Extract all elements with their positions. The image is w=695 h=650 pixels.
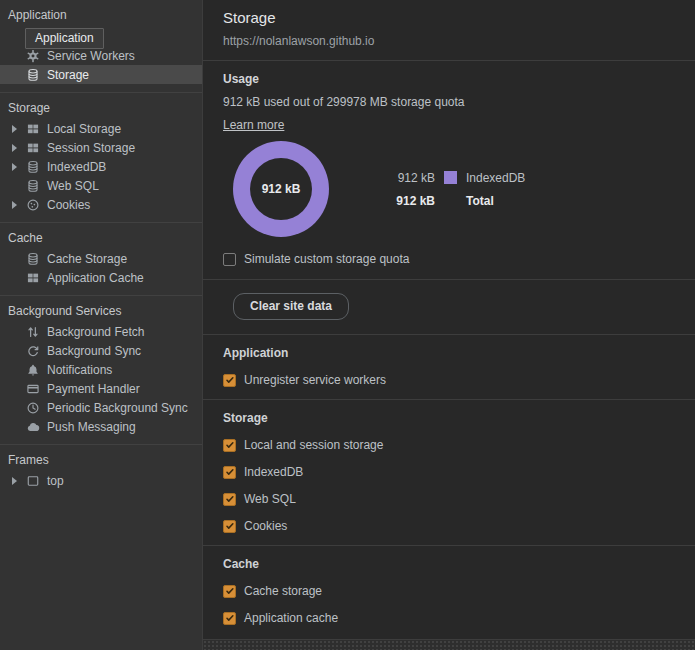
local-session-storage-checkbox[interactable] bbox=[223, 439, 236, 452]
legend-row-total: 912 kB Total bbox=[385, 189, 525, 212]
cookie-icon bbox=[25, 197, 41, 213]
up-down-arrows-icon bbox=[25, 324, 41, 340]
web-sql-checkbox[interactable] bbox=[223, 493, 236, 506]
sidebar-item-label: Cookies bbox=[47, 198, 90, 212]
sidebar-item-storage[interactable]: Storage bbox=[0, 65, 202, 84]
sidebar-section-header: Frames bbox=[0, 450, 202, 471]
checkbox-label: IndexedDB bbox=[244, 465, 303, 479]
unregister-service-workers-checkbox[interactable] bbox=[223, 374, 236, 387]
database-icon bbox=[25, 67, 41, 83]
sidebar-item-cache-storage[interactable]: Cache Storage bbox=[0, 249, 202, 268]
storage-view: Storage https://nolanlawson.github.io Us… bbox=[203, 0, 695, 650]
table-icon bbox=[25, 140, 41, 156]
clear-site-data-block: Clear site data bbox=[203, 280, 695, 335]
sidebar-item-session-storage[interactable]: Session Storage bbox=[0, 138, 202, 157]
frame-icon bbox=[25, 473, 41, 489]
sidebar-item-label: Service Workers bbox=[47, 49, 135, 63]
application-sidebar: Application Application Service Workers … bbox=[0, 0, 203, 650]
section-heading: Storage bbox=[223, 411, 675, 425]
simulate-quota-row: Simulate custom storage quota bbox=[223, 252, 675, 266]
expand-arrow-icon[interactable] bbox=[12, 477, 23, 485]
database-icon bbox=[25, 159, 41, 175]
clear-site-data-button[interactable]: Clear site data bbox=[233, 293, 349, 320]
sidebar-section-header: Application bbox=[0, 5, 202, 26]
sidebar-item-label: Cache Storage bbox=[47, 252, 127, 266]
sidebar-item-label: Local Storage bbox=[47, 122, 121, 136]
table-icon bbox=[25, 121, 41, 137]
database-icon bbox=[25, 251, 41, 267]
checkbox-row-web-sql: Web SQL bbox=[223, 492, 675, 506]
sidebar-item-label: Payment Handler bbox=[47, 382, 140, 396]
sidebar-item-background-fetch[interactable]: Background Fetch bbox=[0, 322, 202, 341]
section-heading: Application bbox=[223, 346, 675, 360]
sync-icon bbox=[25, 343, 41, 359]
cloud-icon bbox=[25, 419, 41, 435]
usage-summary: 912 kB used out of 299978 MB storage quo… bbox=[223, 95, 675, 109]
legend-label: IndexedDB bbox=[466, 171, 525, 185]
cookies-checkbox[interactable] bbox=[223, 520, 236, 533]
table-icon bbox=[25, 270, 41, 286]
sidebar-section-header: Storage bbox=[0, 98, 202, 119]
usage-heading: Usage bbox=[223, 72, 675, 86]
sidebar-item-background-sync[interactable]: Background Sync bbox=[0, 341, 202, 360]
checkbox-label: Web SQL bbox=[244, 492, 296, 506]
sidebar-section-cache: Cache Cache Storage Application Cache bbox=[0, 223, 202, 296]
legend-value: 912 kB bbox=[385, 194, 435, 208]
checkbox-row-cookies: Cookies bbox=[223, 519, 675, 533]
indexeddb-checkbox[interactable] bbox=[223, 466, 236, 479]
expand-arrow-icon[interactable] bbox=[12, 201, 23, 209]
sidebar-item-cookies[interactable]: Cookies bbox=[0, 195, 202, 214]
clock-icon bbox=[25, 400, 41, 416]
usage-legend: 912 kB IndexedDB 912 kB Total bbox=[385, 166, 525, 212]
sidebar-item-application-cache[interactable]: Application Cache bbox=[0, 268, 202, 287]
sidebar-item-label: Periodic Background Sync bbox=[47, 401, 188, 415]
sidebar-item-label: Session Storage bbox=[47, 141, 135, 155]
sidebar-item-indexeddb[interactable]: IndexedDB bbox=[0, 157, 202, 176]
clear-section-cache: Cache Cache storage Application cache bbox=[203, 546, 695, 637]
gear-icon bbox=[25, 48, 41, 64]
sidebar-item-payment-handler[interactable]: Payment Handler bbox=[0, 379, 202, 398]
clear-section-application: Application Unregister service workers bbox=[203, 335, 695, 400]
sidebar-item-local-storage[interactable]: Local Storage bbox=[0, 119, 202, 138]
checkbox-label: Unregister service workers bbox=[244, 373, 386, 387]
database-icon bbox=[25, 178, 41, 194]
sidebar-item-label: Background Fetch bbox=[47, 325, 144, 339]
simulate-quota-checkbox[interactable] bbox=[223, 253, 236, 266]
usage-section: Usage 912 kB used out of 299978 MB stora… bbox=[203, 61, 695, 280]
cache-storage-checkbox[interactable] bbox=[223, 585, 236, 598]
usage-donut-chart: 912 kB bbox=[233, 141, 329, 237]
sidebar-item-label: Notifications bbox=[47, 363, 112, 377]
origin-url: https://nolanlawson.github.io bbox=[223, 34, 675, 48]
sidebar-item-notifications[interactable]: Notifications bbox=[0, 360, 202, 379]
payment-card-icon bbox=[25, 381, 41, 397]
expand-arrow-icon[interactable] bbox=[12, 125, 23, 133]
checkbox-label: Cache storage bbox=[244, 584, 322, 598]
checkbox-row-unregister-service-workers: Unregister service workers bbox=[223, 373, 675, 387]
checkbox-label: Local and session storage bbox=[244, 438, 383, 452]
application-cache-checkbox[interactable] bbox=[223, 612, 236, 625]
sidebar-section-frames: Frames top bbox=[0, 445, 202, 498]
sidebar-section-storage: Storage Local Storage Session Storage In… bbox=[0, 93, 202, 223]
sidebar-section-background-services: Background Services Background Fetch Bac… bbox=[0, 296, 202, 445]
application-tooltip: Application bbox=[25, 28, 104, 49]
sidebar-item-label: Application Cache bbox=[47, 271, 144, 285]
tooltip-label: Application bbox=[35, 31, 94, 45]
page-title: Storage bbox=[223, 9, 675, 26]
sidebar-item-label: Storage bbox=[47, 68, 89, 82]
checkbox-row-application-cache: Application cache bbox=[223, 611, 675, 625]
sidebar-item-web-sql[interactable]: Web SQL bbox=[0, 176, 202, 195]
learn-more-link[interactable]: Learn more bbox=[223, 118, 284, 132]
sidebar-item-push-messaging[interactable]: Push Messaging bbox=[0, 417, 202, 436]
sidebar-item-top-frame[interactable]: top bbox=[0, 471, 202, 490]
storage-view-header: Storage https://nolanlawson.github.io bbox=[203, 0, 695, 61]
sidebar-item-periodic-background-sync[interactable]: Periodic Background Sync bbox=[0, 398, 202, 417]
sidebar-item-label: Background Sync bbox=[47, 344, 141, 358]
checkbox-row-cache-storage: Cache storage bbox=[223, 584, 675, 598]
sidebar-item-label: Push Messaging bbox=[47, 420, 136, 434]
expand-arrow-icon[interactable] bbox=[12, 144, 23, 152]
legend-label: Total bbox=[466, 194, 525, 208]
clear-section-storage: Storage Local and session storage Indexe… bbox=[203, 400, 695, 546]
simulate-quota-label: Simulate custom storage quota bbox=[244, 252, 409, 266]
expand-arrow-icon[interactable] bbox=[12, 163, 23, 171]
legend-row-indexeddb: 912 kB IndexedDB bbox=[385, 166, 525, 189]
